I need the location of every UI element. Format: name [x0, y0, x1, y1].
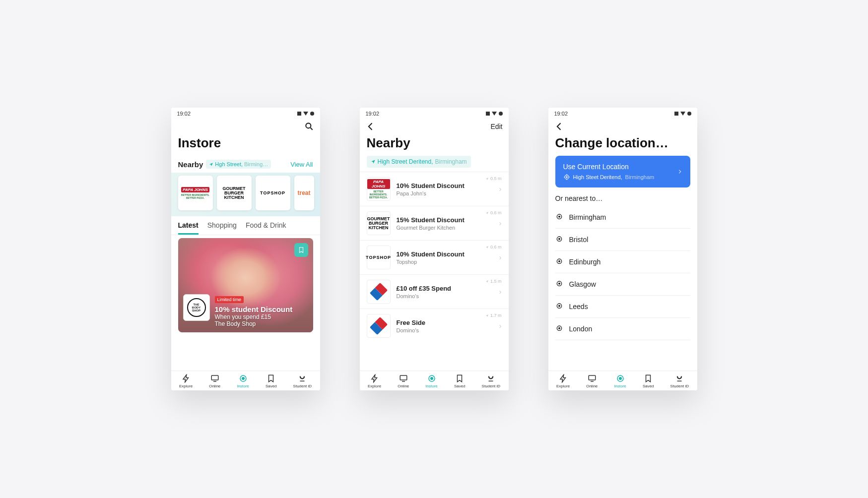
- nearby-brand: Topshop: [397, 259, 493, 265]
- nearby-item[interactable]: Free SideDomino's 1.7 m›: [360, 309, 509, 343]
- view-all-link[interactable]: View All: [290, 161, 313, 168]
- status-bar: 19:02: [171, 108, 320, 120]
- nearby-list: PAPA JOHNSBETTER INGREDIENTS. BETTER PIZ…: [360, 172, 509, 390]
- city-item[interactable]: London: [555, 318, 690, 340]
- brand-card-treat[interactable]: treat: [294, 176, 314, 210]
- nearby-header: Nearby Hgh Street, Birming… View All: [171, 156, 320, 173]
- nav-student-id[interactable]: Student iD: [670, 374, 689, 388]
- nav-online[interactable]: Online: [586, 374, 598, 388]
- page-title: Change location…: [548, 135, 697, 156]
- nav-saved[interactable]: Saved: [266, 374, 277, 388]
- status-square-icon: [674, 112, 678, 116]
- crosshair-icon: [563, 174, 570, 181]
- nearby-item[interactable]: PAPA JOHNSBETTER INGREDIENTS. BETTER PIZ…: [360, 172, 509, 206]
- status-circle-icon: [310, 112, 314, 116]
- page-title: Nearby: [360, 135, 509, 156]
- brand-scroll[interactable]: PAPA JOHNS BETTER INGREDIENTS. BETTER PI…: [171, 173, 320, 216]
- promo-card[interactable]: THE BODY SHOP Limited time 10% student D…: [178, 238, 313, 332]
- nearby-brand: Gourmet Burger Kitchen: [397, 225, 493, 231]
- nearby-item[interactable]: TOPSHOP10% Student DiscountTopshop 0.6 m…: [360, 240, 509, 274]
- bookmark-button[interactable]: [294, 243, 308, 257]
- bookmark-icon: [298, 247, 305, 253]
- nearby-title: Free Side: [397, 319, 493, 326]
- city-item[interactable]: Bristol: [555, 229, 690, 251]
- back-button[interactable]: [554, 122, 564, 131]
- city-item[interactable]: Edinburgh: [555, 251, 690, 273]
- pin-icon: [555, 213, 563, 221]
- nav-instore[interactable]: Instore: [237, 374, 249, 388]
- nearby-distance: 1.5 m: [485, 279, 501, 284]
- nav-saved[interactable]: Saved: [454, 374, 466, 388]
- nearby-title: 10% Student Discount: [397, 250, 493, 258]
- nearby-title: 15% Student Discount: [397, 216, 493, 224]
- lightning-icon: [370, 374, 379, 383]
- nav-student-id[interactable]: Student iD: [482, 374, 500, 388]
- monitor-icon: [399, 374, 408, 383]
- nav-explore[interactable]: Explore: [179, 374, 193, 388]
- city-item[interactable]: Leeds: [555, 296, 690, 318]
- nearby-brand-logo: PAPA JOHNSBETTER INGREDIENTS. BETTER PIZ…: [367, 177, 391, 201]
- nav-online[interactable]: Online: [398, 374, 409, 388]
- pin-icon: [555, 303, 563, 311]
- bookmark-icon: [267, 374, 275, 383]
- city-item[interactable]: Birmingham: [555, 206, 690, 229]
- bottom-nav: Explore Online Instore Saved Student iD: [360, 371, 509, 390]
- city-name: Birmingham: [569, 213, 606, 221]
- pin-icon: [555, 280, 563, 288]
- tab-shopping[interactable]: Shopping: [207, 221, 237, 235]
- city-name: Glasgow: [569, 280, 596, 288]
- nearby-title: 10% Student Discount: [397, 182, 493, 189]
- bottom-nav: Explore Online Instore Saved Student iD: [548, 371, 697, 390]
- location-chip[interactable]: Hgh Street, Birming…: [206, 160, 271, 169]
- tab-latest[interactable]: Latest: [178, 221, 199, 235]
- back-button[interactable]: [366, 122, 376, 131]
- nav-online[interactable]: Online: [209, 374, 220, 388]
- svg-line-1: [310, 128, 312, 130]
- nearby-item[interactable]: £10 off £35 SpendDomino's 1.5 m›: [360, 274, 509, 309]
- location-pin-icon: [616, 374, 625, 383]
- id-icon: [486, 374, 495, 383]
- status-icons: [486, 112, 503, 116]
- city-item[interactable]: Glasgow: [555, 273, 690, 296]
- brand-card-topshop[interactable]: TOPSHOP: [256, 176, 290, 210]
- current-city: Birmingham: [625, 174, 655, 180]
- use-current-location-card[interactable]: Use Current Location High Steet Deritend…: [555, 156, 690, 187]
- lightning-icon: [182, 374, 191, 383]
- svg-point-17: [558, 216, 560, 217]
- status-time: 19:02: [554, 111, 568, 117]
- nav-student-id[interactable]: Student iD: [293, 374, 312, 388]
- svg-point-23: [558, 283, 560, 284]
- city-name: Bristol: [569, 236, 589, 244]
- loc-city: Birmingham: [435, 158, 467, 165]
- status-bar: 19:02: [548, 108, 697, 120]
- nav-saved[interactable]: Saved: [643, 374, 654, 388]
- nearby-distance: 1.7 m: [485, 313, 501, 318]
- nearby-distance: 0.6 m: [485, 245, 501, 249]
- status-square-icon: [486, 112, 490, 116]
- search-icon[interactable]: [304, 122, 314, 131]
- city-name: London: [569, 325, 593, 333]
- nav-instore[interactable]: Instore: [614, 374, 626, 388]
- chevron-right-icon: ›: [499, 322, 502, 330]
- monitor-icon: [588, 374, 597, 383]
- brand-card-gbk[interactable]: GOURMETBURGERKITCHEN: [217, 176, 252, 210]
- nearby-brand-logo: [367, 314, 391, 338]
- pin-icon: [555, 258, 563, 266]
- nearby-distance: 0.6 m: [485, 210, 501, 215]
- nav-instore[interactable]: Instore: [425, 374, 437, 388]
- tab-food[interactable]: Food & Drink: [246, 221, 286, 235]
- brand-card-papajohns[interactable]: PAPA JOHNS BETTER INGREDIENTS. BETTER PI…: [178, 176, 213, 210]
- location-chip[interactable]: High Street Deritend, Birmingham: [367, 156, 471, 168]
- nearby-item[interactable]: GOURMETBURGERKITCHEN15% Student Discount…: [360, 206, 509, 240]
- edit-link[interactable]: Edit: [490, 123, 502, 130]
- promo-sub: When you spend £15: [215, 313, 308, 320]
- nearby-brand-logo: TOPSHOP: [367, 246, 391, 269]
- pin-icon: [555, 236, 563, 244]
- promo-brand: The Body Shop: [215, 320, 308, 327]
- nav-explore[interactable]: Explore: [556, 374, 570, 388]
- nav-explore[interactable]: Explore: [368, 374, 381, 388]
- nearby-brand-logo: [367, 280, 391, 304]
- use-current-title: Use Current Location: [563, 163, 655, 171]
- nearby-distance: 0.5 m: [485, 176, 501, 181]
- location-arrow-icon: [371, 159, 376, 164]
